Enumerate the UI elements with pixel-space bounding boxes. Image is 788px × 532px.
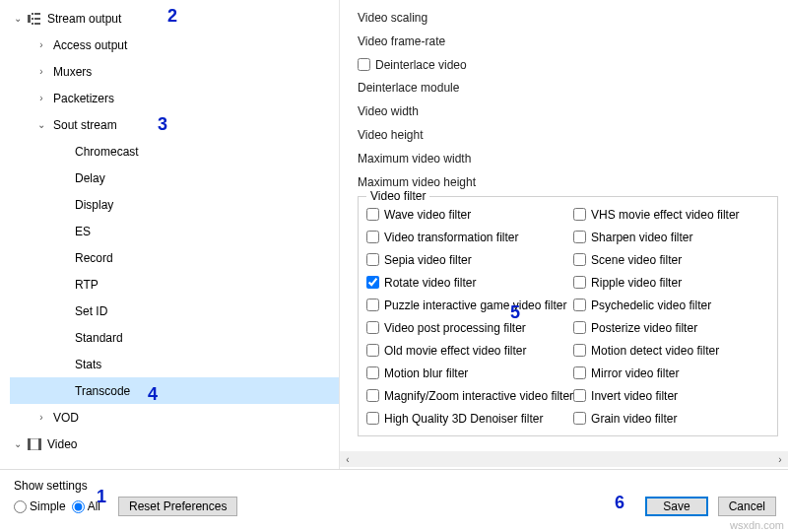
filter-checkbox-row[interactable]: Psychedelic video filter — [573, 294, 769, 316]
filter-checkbox[interactable] — [573, 366, 586, 379]
filter-label: Invert video filter — [591, 389, 678, 403]
filter-checkbox-row[interactable]: Ripple video filter — [573, 271, 769, 294]
filter-checkbox[interactable] — [366, 299, 379, 311]
tree-item-muxers[interactable]: › Muxers — [10, 58, 339, 85]
tree-label: Access output — [49, 38, 127, 52]
tree-item-transcode[interactable]: Transcode — [10, 377, 339, 404]
filter-checkbox-row[interactable]: Video transformation filter — [366, 226, 573, 248]
chevron-down-icon: ⌄ — [10, 13, 26, 24]
filter-checkbox[interactable] — [573, 208, 586, 221]
filter-checkbox-row[interactable]: Magnify/Zoom interactive video filter — [366, 384, 573, 407]
filter-checkbox[interactable] — [366, 208, 379, 221]
tree-label: Transcode — [71, 384, 130, 398]
filter-label: Psychedelic video filter — [591, 299, 711, 312]
filter-checkbox[interactable] — [366, 253, 379, 266]
filter-checkbox-row[interactable]: Posterize video filter — [573, 316, 769, 339]
deinterlace-video-checkbox[interactable] — [358, 58, 370, 71]
tree-label: Standard — [71, 331, 123, 345]
tree-label: VOD — [49, 411, 79, 425]
tree-label: Record — [71, 251, 113, 265]
filter-checkbox-row[interactable]: Sepia video filter — [366, 248, 573, 271]
scroll-track[interactable] — [356, 451, 772, 467]
filter-label: High Quality 3D Denoiser filter — [384, 412, 543, 426]
footer-bar: Show settings Simple All Reset Preferenc… — [0, 471, 788, 530]
svg-rect-4 — [34, 13, 40, 15]
filter-label: Magnify/Zoom interactive video filter — [384, 389, 573, 403]
tree-label: Packetizers — [49, 92, 114, 105]
reset-preferences-button[interactable]: Reset Preferences — [118, 497, 237, 516]
option-label: Video height — [358, 128, 424, 142]
filter-checkbox-row[interactable]: Sharpen video filter — [573, 226, 769, 248]
option-deinterlace-module: Deinterlace module — [358, 76, 778, 100]
tree-item-vod[interactable]: › VOD — [10, 404, 339, 431]
option-deinterlace-video[interactable]: Deinterlace video — [358, 53, 778, 76]
filter-checkbox[interactable] — [366, 321, 379, 334]
scroll-left-icon[interactable]: ‹ — [340, 451, 356, 467]
filter-checkbox[interactable] — [573, 231, 586, 243]
filter-checkbox[interactable] — [573, 253, 586, 266]
horizontal-scrollbar[interactable]: ‹ › — [340, 451, 788, 467]
tree-item-stats[interactable]: Stats — [10, 351, 339, 377]
filter-checkbox-row[interactable]: Old movie effect video filter — [366, 339, 573, 362]
filter-checkbox-row[interactable]: Invert video filter — [573, 384, 769, 407]
tree-item-display[interactable]: Display — [10, 191, 339, 218]
filter-checkbox[interactable] — [366, 366, 379, 379]
tree-item-record[interactable]: Record — [10, 244, 339, 271]
tree-item-packetizers[interactable]: › Packetizers — [10, 85, 339, 111]
filter-checkbox-row[interactable]: Motion blur filter — [366, 362, 573, 384]
filter-checkbox-row[interactable]: Grain video filter — [573, 407, 769, 430]
radio-simple-input[interactable] — [14, 500, 27, 513]
filter-checkbox[interactable] — [573, 412, 586, 425]
filter-checkbox[interactable] — [573, 321, 586, 334]
filter-checkbox[interactable] — [366, 231, 379, 243]
tree-item-access-output[interactable]: › Access output — [10, 32, 339, 58]
filter-label: Video post processing filter — [384, 321, 526, 335]
filter-checkbox-row[interactable]: Video post processing filter — [366, 316, 573, 339]
tree-item-chromecast[interactable]: Chromecast — [10, 138, 339, 165]
tree-item-stream-output[interactable]: ⌄ Stream output — [10, 5, 339, 32]
option-label: Video scaling — [358, 11, 427, 25]
tree-item-rtp[interactable]: RTP — [10, 271, 339, 298]
filter-checkbox-row[interactable]: Wave video filter — [366, 203, 573, 226]
option-label: Video width — [358, 104, 419, 118]
filter-checkbox[interactable] — [366, 276, 379, 289]
filter-checkbox-row[interactable]: High Quality 3D Denoiser filter — [366, 407, 573, 430]
radio-all-input[interactable] — [72, 500, 85, 513]
filter-checkbox-row[interactable]: Puzzle interactive game video filter — [366, 294, 573, 316]
svg-rect-5 — [34, 18, 40, 20]
radio-all[interactable]: All — [72, 499, 100, 513]
filter-checkbox[interactable] — [573, 276, 586, 289]
tree-item-es[interactable]: ES — [10, 218, 339, 244]
scroll-right-icon[interactable]: › — [772, 451, 788, 467]
filter-label: Puzzle interactive game video filter — [384, 299, 566, 312]
radio-simple[interactable]: Simple — [14, 499, 66, 513]
option-label: Deinterlace module — [358, 81, 459, 95]
filter-checkbox[interactable] — [366, 412, 379, 425]
tree-item-sout-stream[interactable]: ⌄ Sout stream — [10, 111, 339, 138]
chevron-right-icon: › — [33, 412, 49, 423]
tree-item-standard[interactable]: Standard — [10, 324, 339, 351]
tree-label: RTP — [71, 278, 98, 292]
filter-checkbox[interactable] — [573, 389, 586, 402]
filter-checkbox[interactable] — [573, 344, 586, 357]
filter-checkbox-row[interactable]: VHS movie effect video filter — [573, 203, 769, 226]
filter-checkbox-row[interactable]: Motion detect video filter — [573, 339, 769, 362]
tree-item-delay[interactable]: Delay — [10, 165, 339, 191]
filter-label: Motion blur filter — [384, 366, 468, 380]
filter-label: Sepia video filter — [384, 253, 472, 267]
svg-rect-9 — [38, 438, 41, 450]
cancel-button[interactable]: Cancel — [718, 497, 776, 516]
tree-item-set-id[interactable]: Set ID — [10, 298, 339, 324]
filter-checkbox[interactable] — [573, 299, 586, 311]
filter-checkbox[interactable] — [366, 389, 379, 402]
filter-label: Grain video filter — [591, 412, 677, 426]
video-icon — [26, 438, 43, 450]
filter-checkbox-row[interactable]: Mirror video filter — [573, 362, 769, 384]
tree-label: Display — [71, 198, 113, 212]
filter-checkbox-row[interactable]: Scene video filter — [573, 248, 769, 271]
filter-checkbox[interactable] — [366, 344, 379, 357]
option-label: Deinterlace video — [375, 58, 467, 72]
tree-item-video[interactable]: ⌄ Video — [10, 431, 339, 457]
save-button[interactable]: Save — [645, 497, 707, 516]
filter-checkbox-row[interactable]: Rotate video filter — [366, 271, 573, 294]
